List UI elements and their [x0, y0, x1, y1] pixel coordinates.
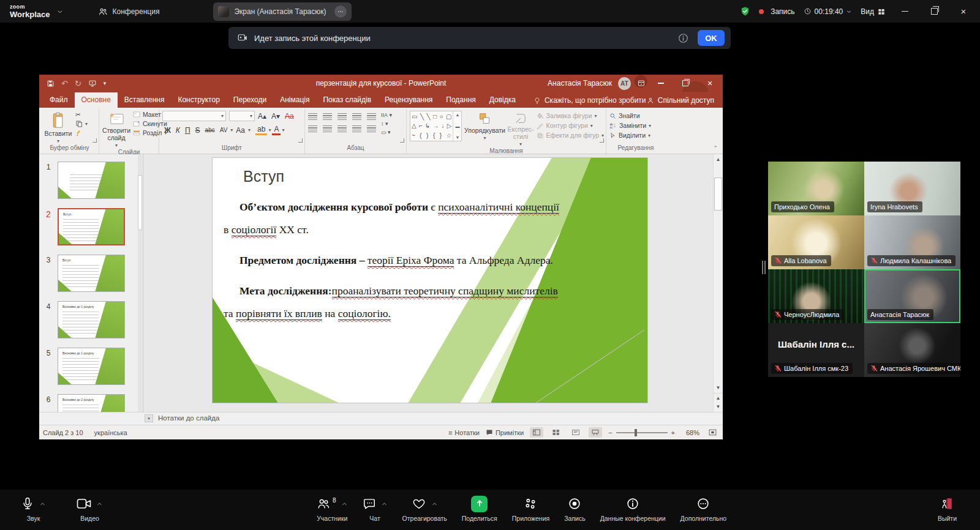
chevron-up-icon[interactable]: [39, 501, 46, 507]
underline-button[interactable]: П: [183, 126, 192, 135]
new-slide-button[interactable]: Створити слайд ▾: [102, 111, 130, 148]
shapes-scroll[interactable]: ▲▬▼: [453, 111, 461, 141]
comments-toggle-button[interactable]: Примітки: [486, 429, 524, 436]
meeting-timer[interactable]: 00:19:40: [804, 7, 853, 16]
ppt-close-button[interactable]: ×: [701, 76, 719, 91]
undo-icon[interactable]: ↶: [61, 79, 68, 88]
fit-to-window-button[interactable]: [706, 427, 719, 438]
grow-font-button[interactable]: A▴: [256, 112, 268, 121]
toolbar-button-apps[interactable]: Приложения: [505, 495, 557, 522]
cut-button[interactable]: ✂: [75, 111, 88, 118]
security-shield-icon[interactable]: [740, 6, 750, 17]
customize-qat-icon[interactable]: ▾: [104, 80, 107, 86]
screen-share-tab[interactable]: Экран (Анастасія Тарасюк): [213, 2, 352, 21]
thumbnail-item-5[interactable]: 5Висновки до 1 розділу: [39, 348, 143, 385]
participant-tile-2[interactable]: Alla Lobanova: [768, 215, 864, 269]
participant-tile-4[interactable]: ЧерноусЛюдмила: [768, 269, 864, 323]
chevron-up-icon[interactable]: [96, 501, 103, 507]
next-slide-button[interactable]: ▼: [714, 402, 723, 411]
thumbnail-item-2[interactable]: 2Вступ: [39, 208, 143, 245]
format-painter-button[interactable]: [75, 129, 88, 136]
ppt-tab-2[interactable]: Вставлення: [118, 92, 172, 108]
line-spacing-icon[interactable]: [367, 113, 376, 120]
thumbnail-item-4[interactable]: 4Висновки до 1 розділу: [39, 301, 143, 338]
arrange-button[interactable]: Упорядкувати ▾: [464, 111, 505, 147]
toolbar-button-leave[interactable]: Выйти: [930, 495, 964, 522]
thumbnail-item-3[interactable]: 3Вступ: [39, 255, 143, 292]
view-button[interactable]: Вид: [861, 7, 886, 16]
ppt-minimize-button[interactable]: [652, 76, 670, 91]
ribbon-display-options-icon[interactable]: [637, 80, 646, 87]
reading-view-button[interactable]: [569, 427, 582, 438]
slide-editor[interactable]: Вступ Об’єктом дослідження курсової робо…: [143, 154, 723, 412]
toolbar-button-participants[interactable]: 8Участники: [309, 495, 355, 522]
banner-ok-button[interactable]: OK: [698, 30, 725, 46]
drawing-dialog-launcher[interactable]: [600, 138, 604, 143]
increase-indent-icon[interactable]: [352, 113, 361, 120]
tell-me-box[interactable]: Скажіть, що потрібно зробити: [533, 96, 646, 105]
ppt-tab-3[interactable]: Конструктор: [171, 92, 226, 108]
zoom-in-button[interactable]: +: [671, 429, 675, 436]
window-minimize-button[interactable]: [894, 4, 915, 20]
language-indicator[interactable]: українська: [94, 429, 127, 436]
tab-options-button[interactable]: [334, 6, 347, 18]
participant-tile-3[interactable]: Людмила Калашнікова: [864, 215, 960, 269]
ppt-tab-1[interactable]: Основне: [75, 92, 118, 108]
slide-sorter-view-button[interactable]: [549, 427, 563, 438]
ppt-tab-9[interactable]: Довідка: [483, 92, 522, 108]
toolbar-button-more[interactable]: Дополнительно: [673, 495, 734, 522]
find-button[interactable]: Знайти: [609, 112, 651, 119]
shape-effects-button[interactable]: Ефекти для фігур▾: [537, 132, 604, 139]
replace-button[interactable]: abac Замінити▾: [609, 122, 651, 129]
thumbnail-item-1[interactable]: 1: [39, 162, 143, 199]
highlight-button[interactable]: ab: [255, 125, 267, 135]
smartart-button[interactable]: ▭ ▾: [381, 129, 392, 135]
scroll-down-icon[interactable]: ▼: [714, 383, 723, 392]
align-right-icon[interactable]: [337, 125, 347, 132]
align-left-icon[interactable]: [308, 125, 317, 132]
bullets-icon[interactable]: [308, 113, 317, 120]
select-button[interactable]: Виділити▾: [609, 132, 651, 139]
workspace-chevron-icon[interactable]: [56, 8, 64, 15]
bold-button[interactable]: Ж: [162, 126, 173, 135]
zoom-slider[interactable]: [616, 432, 668, 433]
normal-view-button[interactable]: [530, 427, 543, 438]
columns-icon[interactable]: [367, 125, 376, 132]
paste-button[interactable]: Вставити ▾: [43, 111, 73, 144]
thumbnail-item-6[interactable]: 6Висновки до 2 розділу: [39, 394, 143, 412]
font-size-select[interactable]: ▾: [229, 111, 255, 121]
paragraph-dialog-launcher[interactable]: [400, 138, 404, 143]
toolbar-button-info[interactable]: Данные конференции: [593, 495, 673, 522]
ppt-tab-4[interactable]: Переходи: [227, 92, 273, 108]
participant-tile-1[interactable]: Iryna Hrabovets: [864, 162, 960, 215]
align-center-icon[interactable]: [323, 125, 332, 132]
shape-fill-button[interactable]: Заливка фігури▾: [537, 112, 604, 119]
user-avatar[interactable]: АТ: [618, 77, 631, 90]
shrink-font-button[interactable]: A▾: [270, 112, 282, 121]
zoom-level[interactable]: 68%: [681, 429, 699, 436]
slide-body[interactable]: Об’єктом дослідження курсової роботи є п…: [224, 196, 567, 333]
meeting-tab[interactable]: Конференция: [93, 4, 165, 19]
toolbar-button-video[interactable]: Видео: [69, 495, 110, 522]
quick-styles-button[interactable]: Експрес-стилі ▾: [507, 111, 533, 147]
thumbnail-scroll-thumb[interactable]: [138, 175, 142, 230]
toolbar-button-audio[interactable]: Звук: [13, 495, 53, 522]
editor-scrollbar[interactable]: ▲ ▼ ▲ ▼: [713, 154, 723, 412]
participant-tile-7[interactable]: Анастасія Ярошевич СМК.: [864, 323, 960, 377]
strikethrough-button[interactable]: S: [194, 126, 202, 135]
info-circle-icon[interactable]: [677, 32, 689, 44]
ppt-tab-8[interactable]: Подання: [439, 92, 482, 108]
notes-toggle-button[interactable]: ≡ Нотатки: [448, 429, 480, 436]
notes-placeholder[interactable]: Нотатки до слайда: [158, 414, 219, 422]
shape-outline-button[interactable]: Контур фігури▾: [537, 122, 604, 129]
text-direction-button[interactable]: ІІА ▾: [381, 112, 392, 118]
slide-title[interactable]: Вступ: [243, 168, 284, 185]
participant-tile-5[interactable]: Анастасія Тарасюк: [864, 269, 960, 323]
chevron-up-icon[interactable]: [431, 501, 438, 507]
scroll-thumb[interactable]: [714, 177, 722, 211]
thumbnail-slide[interactable]: Висновки до 2 розділу: [58, 394, 125, 412]
ppt-tab-7[interactable]: Рецензування: [378, 92, 439, 108]
scroll-up-icon[interactable]: ▲: [714, 155, 723, 163]
numbering-icon[interactable]: [323, 113, 332, 120]
shapes-gallery[interactable]: ▭╲╲□○▢ △⌐↳→↓▷ ~(){}☆ ▲▬▼: [410, 111, 462, 141]
